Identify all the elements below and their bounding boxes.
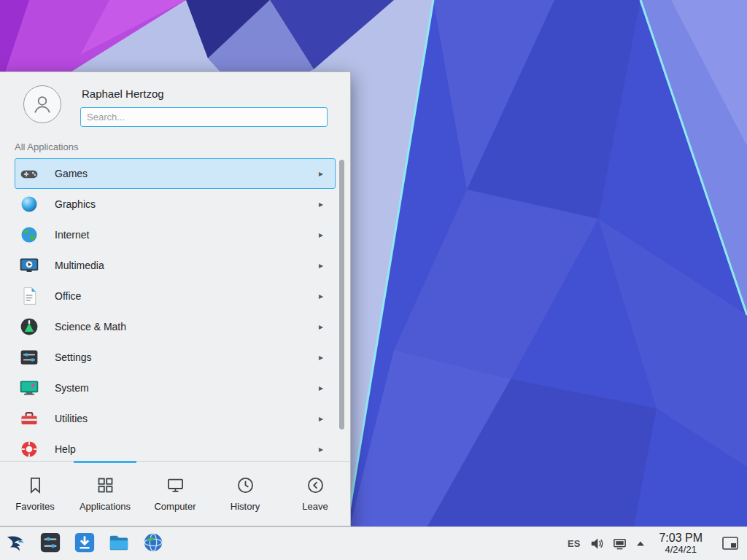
scrollbar[interactable] <box>339 160 344 459</box>
category-settings[interactable]: Settings ▸ <box>15 342 336 373</box>
category-label: Multimedia <box>55 260 319 271</box>
lifebuoy-icon <box>19 439 39 459</box>
sliders-icon <box>19 347 39 368</box>
submenu-arrow-icon: ▸ <box>319 413 323 424</box>
submenu-arrow-icon: ▸ <box>319 444 323 454</box>
category-science-math[interactable]: Science & Math ▸ <box>15 311 336 342</box>
application-launcher-menu: Raphael Hertzog All Applications Games ▸… <box>0 71 351 526</box>
submenu-arrow-icon: ▸ <box>319 291 323 301</box>
launcher-tabbar: Favorites Applications Computer History <box>0 461 350 526</box>
avatar[interactable] <box>23 85 61 123</box>
tab-applications[interactable]: Applications <box>70 462 140 526</box>
system-tray: ES 7:03 PM 4/24/21 <box>568 532 741 555</box>
scrollbar-thumb[interactable] <box>339 160 344 429</box>
tab-label: History <box>231 501 260 512</box>
web-globe-icon <box>142 532 164 556</box>
category-label: System <box>55 382 319 394</box>
category-label: Science & Math <box>55 321 319 332</box>
bookmark-icon <box>26 475 45 495</box>
tab-label: Favorites <box>15 501 54 512</box>
desktop: Raphael Hertzog All Applications Games ▸… <box>0 0 747 560</box>
submenu-arrow-icon: ▸ <box>319 352 323 362</box>
system-monitor-icon <box>19 378 39 398</box>
submenu-arrow-icon: ▸ <box>319 260 323 271</box>
category-utilities[interactable]: Utilities ▸ <box>15 403 336 434</box>
clock-time: 7:03 PM <box>659 532 703 545</box>
launcher-header-right: Raphael Hertzog <box>80 85 328 127</box>
globe-icon <box>19 225 39 245</box>
app-launcher-button[interactable] <box>4 532 28 556</box>
task-browser-button[interactable] <box>142 532 165 556</box>
category-graphics[interactable]: Graphics ▸ <box>15 189 336 219</box>
category-label: Office <box>55 290 319 302</box>
folder-icon <box>108 532 130 556</box>
submenu-arrow-icon: ▸ <box>319 168 323 179</box>
expand-tray-icon[interactable] <box>636 540 645 547</box>
submenu-arrow-icon: ▸ <box>319 383 323 393</box>
category-label: Settings <box>55 351 319 363</box>
category-list: Games ▸ Graphics ▸ Internet ▸ <box>0 158 350 461</box>
grid-icon <box>96 475 115 495</box>
clock-date: 4/24/21 <box>659 545 703 556</box>
launcher-header: Raphael Hertzog <box>0 72 350 139</box>
computer-icon <box>166 475 185 495</box>
submenu-arrow-icon: ▸ <box>319 322 323 332</box>
category-help[interactable]: Help ▸ <box>15 434 336 461</box>
sphere-icon <box>19 194 39 214</box>
taskbar-left <box>4 532 165 556</box>
tab-favorites[interactable]: Favorites <box>0 462 70 526</box>
taskbar: ES 7:03 PM 4/24/21 <box>0 526 747 560</box>
document-icon <box>19 286 39 306</box>
category-multimedia[interactable]: Multimedia ▸ <box>15 250 336 281</box>
category-internet[interactable]: Internet ▸ <box>15 219 336 250</box>
digital-clock[interactable]: 7:03 PM 4/24/21 <box>654 532 707 555</box>
task-software-button[interactable] <box>73 532 96 556</box>
category-games[interactable]: Games ▸ <box>15 158 336 189</box>
category-label: Utilities <box>55 413 319 424</box>
tab-label: Computer <box>154 501 196 512</box>
submenu-arrow-icon: ▸ <box>319 199 323 209</box>
category-label: Help <box>55 443 319 455</box>
category-system[interactable]: System ▸ <box>15 373 336 403</box>
search-input[interactable] <box>80 107 328 127</box>
task-file-manager-button[interactable] <box>107 532 131 556</box>
category-office[interactable]: Office ▸ <box>15 281 336 311</box>
kali-dragon-icon <box>5 532 27 556</box>
gamepad-icon <box>19 163 39 184</box>
flask-icon <box>19 316 39 337</box>
toolbox-icon <box>19 408 39 429</box>
volume-icon[interactable] <box>589 537 603 551</box>
tab-leave[interactable]: Leave <box>280 462 350 526</box>
category-label: Games <box>55 168 319 179</box>
user-name: Raphael Hertzog <box>82 88 328 100</box>
category-label: Graphics <box>55 198 319 210</box>
keyboard-layout-indicator[interactable]: ES <box>568 538 580 549</box>
tab-computer[interactable]: Computer <box>140 462 210 526</box>
tab-history[interactable]: History <box>210 462 280 526</box>
clock-icon <box>236 475 255 495</box>
software-download-icon <box>74 532 96 556</box>
network-icon[interactable] <box>613 537 627 551</box>
submenu-arrow-icon: ▸ <box>319 230 323 240</box>
tab-label: Leave <box>302 501 328 512</box>
category-label: Internet <box>55 229 319 241</box>
monitor-play-icon <box>19 255 39 276</box>
task-tweaks-button[interactable] <box>39 532 62 556</box>
tweaks-sliders-icon <box>39 532 61 556</box>
leave-icon <box>306 475 325 495</box>
section-label: All Applications <box>0 139 350 158</box>
show-desktop-button[interactable] <box>716 537 741 550</box>
tab-label: Applications <box>80 501 131 512</box>
